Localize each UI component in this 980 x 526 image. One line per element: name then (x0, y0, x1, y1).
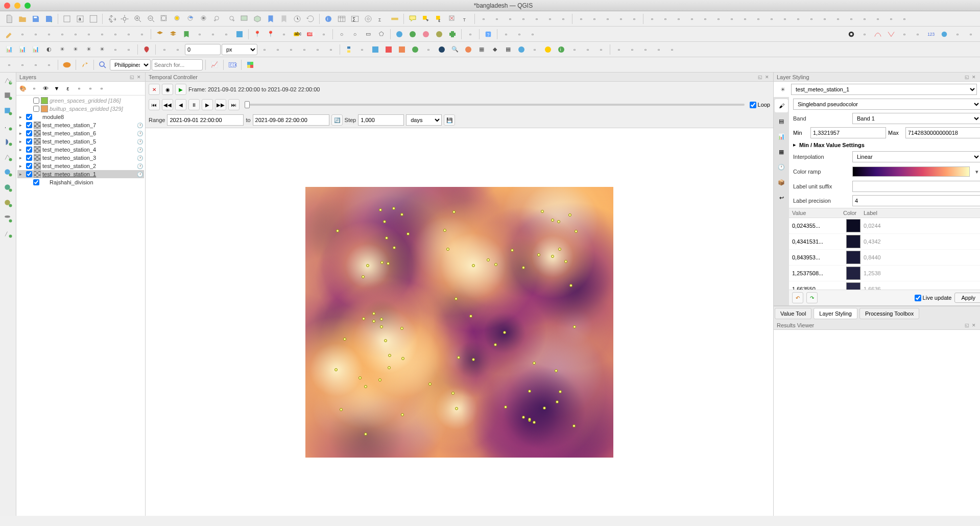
label-1-icon[interactable]: abc (291, 28, 303, 40)
toolbox-icon[interactable] (362, 13, 374, 25)
layer-expand-icon[interactable]: ▸ (19, 123, 25, 128)
db-query-icon[interactable]: ▫ (30, 59, 42, 71)
tracing-icon[interactable] (938, 28, 950, 40)
zoom-last-icon[interactable] (211, 13, 224, 25)
plugin-i-icon[interactable] (436, 43, 448, 56)
brightness-icon[interactable]: ☀ (56, 43, 68, 56)
snap-segment-icon[interactable] (872, 28, 884, 40)
add-xyz-icon[interactable] (2, 197, 14, 209)
show-labels-icon[interactable]: ▫ (504, 13, 516, 25)
layer-style-icon[interactable]: 🎨 (18, 83, 28, 93)
temporal-slider-handle[interactable] (245, 101, 250, 108)
layer-expand-icon[interactable]: ▫ (74, 83, 84, 93)
layer-collapse-icon[interactable]: ▫ (85, 83, 95, 93)
snap-intersect-icon[interactable]: ▫ (912, 28, 924, 40)
colormap-icon[interactable] (244, 59, 256, 71)
temporal-prev-button[interactable]: ◀◀ (162, 99, 173, 110)
layer-visibility-checkbox[interactable] (33, 98, 39, 104)
layer-visibility-icon[interactable]: 👁 (40, 83, 51, 93)
processing-toolbox-tab[interactable]: Processing Toolbox (859, 308, 919, 319)
label-tool-icon[interactable]: ▫ (477, 13, 490, 25)
identify-icon[interactable]: i (322, 13, 334, 25)
temporal-play-button[interactable]: ▶ (202, 99, 213, 110)
new-memory-icon[interactable]: ▫ (207, 28, 219, 40)
range-end-input[interactable] (253, 114, 329, 126)
layer-item[interactable]: ▸test_meteo_station_4🕐 (17, 146, 144, 154)
advanced-digitize-icon[interactable]: 123 (925, 28, 937, 40)
history-tab-icon[interactable]: 🕐 (775, 160, 788, 174)
help-icon[interactable]: ? (482, 28, 494, 40)
plugin-icon[interactable] (446, 28, 459, 40)
color-ramp-button[interactable] (852, 166, 970, 177)
mesh-tool-2-icon[interactable]: ▫ (588, 13, 601, 25)
results-close-icon[interactable]: ✕ (971, 322, 977, 328)
pin-icon[interactable]: 📍 (251, 28, 264, 40)
add-wms-icon[interactable] (2, 166, 14, 179)
temporal-off-button[interactable]: ✕ (149, 84, 160, 95)
local-cumulative-icon[interactable]: ☀ (69, 43, 82, 56)
server-icon[interactable]: ▫ (464, 28, 476, 40)
pin-labels-icon[interactable]: ▫ (491, 13, 503, 25)
open-project-icon[interactable] (16, 13, 29, 25)
add-raster-icon[interactable] (2, 90, 14, 102)
results-undock-icon[interactable]: ◱ (964, 322, 970, 328)
polygon-icon[interactable]: ⬠ (375, 28, 388, 40)
map-tips-icon[interactable] (407, 13, 419, 25)
styling-layer-select[interactable]: test_meteo_station_1 (791, 84, 977, 95)
zoom-out-icon[interactable] (145, 13, 157, 25)
rotate-label-icon[interactable]: ▫ (531, 13, 543, 25)
layer-item[interactable]: ▸test_meteo_station_5🕐 (17, 137, 144, 146)
layout-manager-icon[interactable]: a (74, 13, 86, 25)
save-project-icon[interactable] (30, 13, 42, 25)
new-gpx-icon[interactable]: ▫ (220, 28, 232, 40)
layer-tree[interactable]: green_spaces_gridded [186]builtup_spaces… (16, 95, 145, 516)
snap-tolerance-input[interactable] (185, 44, 221, 55)
temporal-controller-icon[interactable] (291, 13, 303, 25)
pan-to-selection-icon[interactable] (118, 13, 131, 25)
layer-expand-icon[interactable]: ▸ (19, 172, 25, 177)
db-manager-icon[interactable]: ▫ (3, 59, 15, 71)
histogram-icon[interactable]: 📊 (16, 43, 29, 56)
layer-visibility-checkbox[interactable] (26, 155, 32, 161)
styling-undock-icon[interactable]: ◱ (964, 74, 970, 80)
reverse-line-icon[interactable]: ▫ (885, 13, 897, 25)
temporal-undock-icon[interactable]: ◱ (757, 74, 763, 80)
split-tool-icon[interactable]: ▫ (325, 43, 337, 56)
min-input[interactable] (810, 127, 886, 138)
new-bookmark-icon[interactable] (265, 13, 277, 25)
processing-batch-icon[interactable]: ▫ (653, 43, 665, 56)
layer-visibility-checkbox[interactable] (26, 147, 32, 153)
data-plotly-icon[interactable]: 📈 (208, 59, 221, 71)
save-animation-button[interactable]: 💾 (444, 114, 455, 126)
new-project-icon[interactable] (3, 13, 15, 25)
styling-close-icon[interactable]: ✕ (971, 74, 977, 80)
temporal-stepfwd-button[interactable]: ▶▶ (215, 99, 226, 110)
color-table-row[interactable]: 1,2537508...1,2538 (789, 266, 980, 281)
layer-visibility-checkbox[interactable] (33, 179, 39, 185)
reshape-icon[interactable]: ▫ (792, 13, 804, 25)
zoom-native-icon[interactable] (198, 13, 210, 25)
eoc-icon[interactable]: EDC (226, 59, 238, 71)
delete-part-icon[interactable]: ▫ (779, 13, 791, 25)
plugin-f-icon[interactable] (396, 43, 408, 56)
text-annotation-icon[interactable]: T (460, 13, 472, 25)
redo-icon[interactable]: ▫ (136, 28, 148, 40)
apply-button[interactable]: Apply (954, 293, 980, 303)
toggle-editing-icon[interactable] (3, 28, 15, 40)
minmax-settings-label[interactable]: Min / Max Value Settings (799, 142, 865, 148)
open-table-icon[interactable] (336, 13, 348, 25)
plugin-p-icon[interactable]: i (555, 43, 567, 56)
pan-icon[interactable] (105, 13, 117, 25)
color-table-row[interactable]: 0,024355...0,0244 (789, 218, 980, 234)
symbology-tab-icon[interactable]: 🖌 (775, 99, 788, 112)
vertex-tool-icon[interactable]: ▫ (872, 13, 884, 25)
select-by-value-icon[interactable]: ε (433, 13, 445, 25)
value-tool-tab[interactable]: Value Tool (775, 308, 811, 319)
mesh-tool-5-icon[interactable]: ▫ (628, 13, 640, 25)
field-calculator-icon[interactable]: ∑ (349, 13, 361, 25)
layer-visibility-checkbox[interactable] (26, 130, 32, 136)
histogram-tab-icon[interactable]: 📊 (775, 130, 788, 143)
snap-mode-icon[interactable]: ▫ (172, 43, 184, 56)
temporal-end-button[interactable]: ⏭ (228, 99, 240, 110)
plugin-j-icon[interactable]: 🔍 (449, 43, 461, 56)
